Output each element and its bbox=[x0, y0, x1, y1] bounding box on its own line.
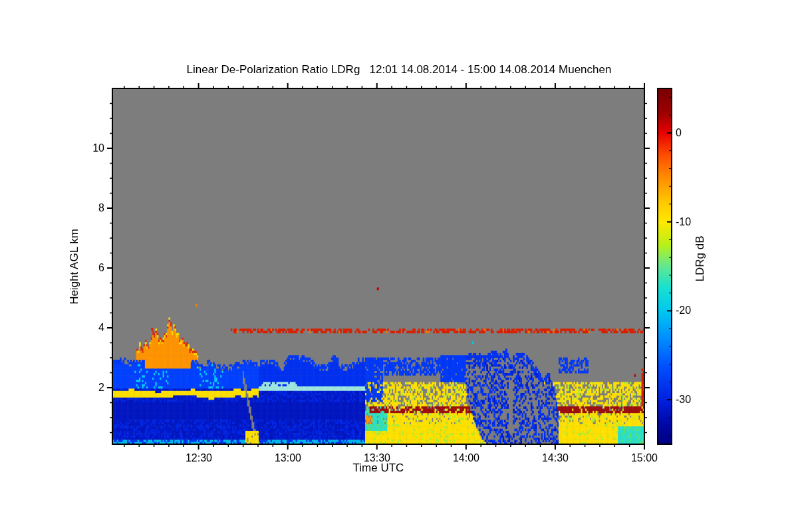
colorbar-label: LDRg dB bbox=[694, 229, 707, 289]
cbar-tick-label-0: 0 bbox=[676, 127, 710, 139]
y-axis-label: Height AGL km bbox=[68, 220, 81, 313]
ldr-figure: Linear De-Polarization Ratio LDRg 12:01 … bbox=[0, 0, 798, 532]
cbar-tick-label-m20: -20 bbox=[676, 305, 710, 317]
y-tick-label-4: 4 bbox=[75, 322, 104, 334]
figure-title: Linear De-Polarization Ratio LDRg 12:01 … bbox=[0, 63, 798, 76]
y-tick-label-10: 10 bbox=[75, 142, 104, 154]
cbar-tick-label-m30: -30 bbox=[676, 394, 710, 406]
cbar-tick-label-m10: -10 bbox=[676, 216, 710, 228]
y-tick-label-8: 8 bbox=[75, 202, 104, 214]
y-tick-label-2: 2 bbox=[75, 382, 104, 394]
x-axis-label: Time UTC bbox=[112, 462, 644, 475]
